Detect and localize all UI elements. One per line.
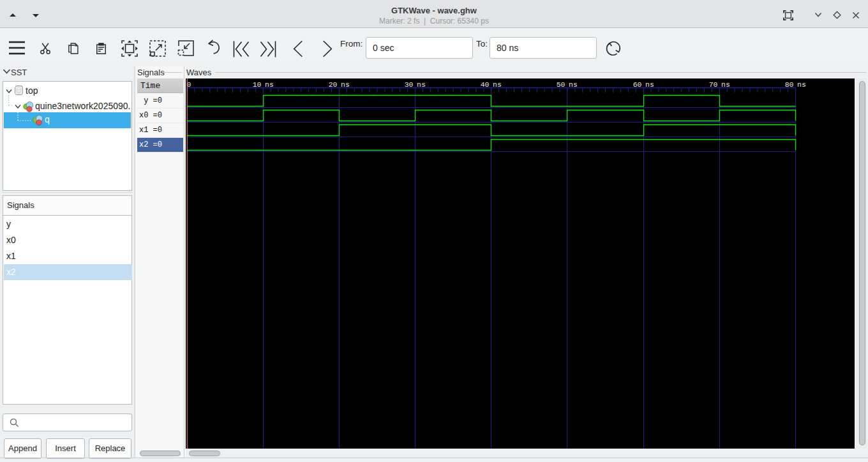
svg-text:40: 40 [481, 80, 490, 89]
svg-text:30: 30 [405, 80, 414, 89]
svg-text:ns: ns [417, 80, 426, 89]
svg-text:50: 50 [557, 80, 565, 89]
svg-text:80: 80 [785, 80, 794, 89]
svg-text:ns: ns [569, 80, 578, 89]
svg-text:ns: ns [721, 80, 730, 89]
svg-text:ns: ns [265, 80, 274, 89]
svg-text:ns: ns [493, 80, 502, 89]
svg-text:70: 70 [709, 80, 718, 89]
svg-text:ns: ns [341, 80, 350, 89]
svg-text:20: 20 [329, 80, 338, 89]
svg-text:60: 60 [633, 80, 642, 89]
svg-text:ns: ns [645, 80, 654, 89]
svg-text:10: 10 [253, 80, 262, 89]
svg-text:ns: ns [797, 80, 806, 89]
